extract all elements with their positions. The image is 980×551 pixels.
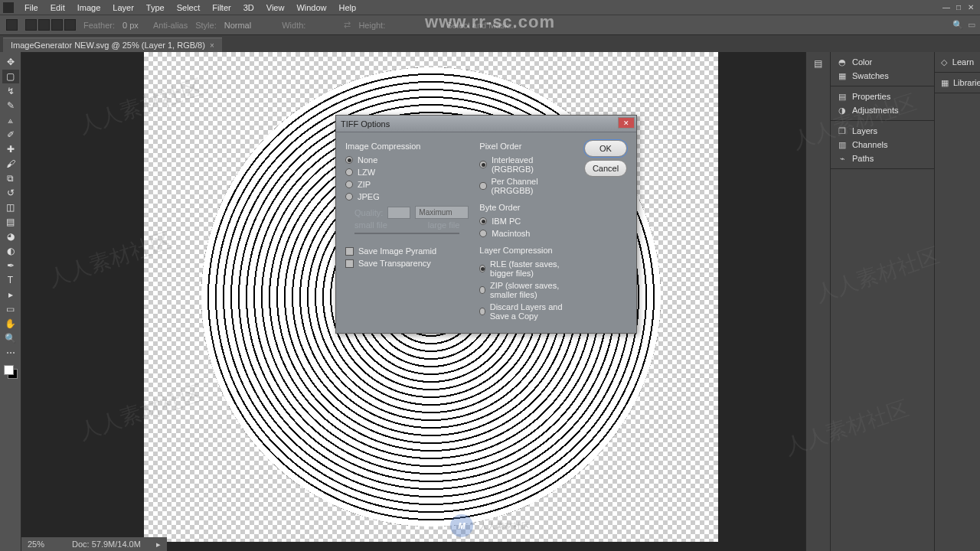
history-panel-icon[interactable]: ▤: [812, 57, 825, 70]
crop-tool-icon[interactable]: ⟁: [2, 113, 19, 127]
eyedropper-tool-icon[interactable]: ✐: [2, 128, 19, 142]
panel-adjustments[interactable]: ◑Adjustments: [831, 103, 934, 117]
cancel-button[interactable]: Cancel: [584, 160, 627, 177]
sel-int-icon[interactable]: [64, 19, 76, 31]
sel-new-icon[interactable]: [25, 19, 37, 31]
panel-properties[interactable]: ▤Properties: [831, 90, 934, 103]
shape-tool-icon[interactable]: ▭: [2, 302, 19, 316]
radio-ibm[interactable]: IBM PC: [479, 215, 573, 227]
panel-swatches[interactable]: ▦Swatches: [831, 69, 934, 83]
radio-rle[interactable]: RLE (faster saves, bigger files): [479, 258, 573, 279]
menu-file[interactable]: File: [18, 3, 44, 12]
panel-learn[interactable]: ◇Learn: [935, 55, 980, 69]
radio-icon: [479, 230, 487, 237]
menu-3d[interactable]: 3D: [237, 3, 260, 12]
maximize-icon[interactable]: □: [952, 2, 965, 12]
pixel-order-title: Pixel Order: [479, 142, 573, 151]
menu-edit[interactable]: Edit: [44, 3, 71, 12]
radio-jpeg[interactable]: JPEG: [345, 191, 469, 203]
radio-interleaved[interactable]: Interleaved (RGBRGB): [479, 154, 573, 175]
watermark-url: www.rr-sc.com: [425, 12, 555, 32]
radio-label: Per Channel (RRGGBB): [492, 177, 573, 195]
workspace-icon[interactable]: ▭: [968, 20, 975, 30]
lasso-tool-icon[interactable]: ↯: [2, 84, 19, 98]
radio-icon: [479, 308, 485, 315]
style-value[interactable]: Normal: [224, 21, 251, 30]
pen-tool-icon[interactable]: ✒: [2, 259, 19, 272]
radio-lzw[interactable]: LZW: [345, 166, 469, 178]
menu-help[interactable]: Help: [333, 3, 363, 12]
tab-close-icon[interactable]: ×: [210, 41, 214, 50]
feather-value[interactable]: 0 px: [122, 21, 145, 30]
stamp-tool-icon[interactable]: ⧉: [2, 171, 19, 185]
blur-tool-icon[interactable]: ◕: [2, 230, 19, 243]
ok-button[interactable]: OK: [584, 140, 627, 157]
panel-label: Adjustments: [852, 106, 899, 115]
gradient-tool-icon[interactable]: ▤: [2, 215, 19, 229]
paths-icon: ⌁: [837, 154, 848, 163]
hand-tool-icon[interactable]: ✋: [2, 317, 19, 331]
antialias-label: Anti-alias: [153, 21, 188, 30]
search-icon[interactable]: 🔍: [952, 20, 963, 30]
menu-layer[interactable]: Layer: [106, 3, 140, 12]
move-tool-icon[interactable]: ✥: [2, 55, 19, 69]
check-save-pyramid[interactable]: Save Image Pyramid: [345, 245, 469, 257]
sel-sub-icon[interactable]: [51, 19, 63, 31]
menu-image[interactable]: Image: [71, 3, 107, 12]
panel-color[interactable]: ◓Color: [831, 55, 934, 69]
close-icon[interactable]: ✕: [965, 2, 977, 12]
status-chevron-icon[interactable]: ▸: [156, 540, 161, 549]
style-label: Style:: [195, 21, 217, 30]
sel-add-icon[interactable]: [38, 19, 50, 31]
checkbox-icon: [345, 259, 354, 268]
color-swatch[interactable]: [4, 365, 18, 379]
radio-discard[interactable]: Discard Layers and Save a Copy: [479, 301, 573, 322]
check-save-transparency[interactable]: Save Transparency: [345, 257, 469, 269]
edit-toolbar-icon[interactable]: ⋯: [2, 346, 19, 360]
brush-tool-icon[interactable]: 🖌: [2, 157, 19, 171]
tool-preset-icon[interactable]: [6, 19, 18, 31]
document-tab[interactable]: ImageGenerator NEW.svg @ 25% (Layer 1, R…: [3, 37, 222, 52]
panel-label: Channels: [852, 140, 887, 149]
radio-zip-layer[interactable]: ZIP (slower saves, smaller files): [479, 279, 573, 301]
menu-view[interactable]: View: [260, 3, 291, 12]
radio-mac[interactable]: Macintosh: [479, 227, 573, 240]
history-brush-tool-icon[interactable]: ↺: [2, 186, 19, 200]
menu-type[interactable]: Type: [140, 3, 171, 12]
radio-per-channel[interactable]: Per Channel (RRGGBB): [479, 175, 573, 197]
radio-icon: [345, 181, 353, 188]
quick-select-tool-icon[interactable]: ✎: [2, 99, 19, 112]
heal-tool-icon[interactable]: ✚: [2, 142, 19, 156]
radio-none[interactable]: None: [345, 154, 469, 166]
dialog-titlebar[interactable]: TIFF Options ✕: [336, 116, 636, 132]
menu-select[interactable]: Select: [171, 3, 207, 12]
marquee-tool-icon[interactable]: ▢: [2, 70, 19, 83]
feather-label: Feather:: [83, 21, 115, 30]
panel-channels[interactable]: ▥Channels: [831, 138, 934, 152]
zoom-value[interactable]: 25%: [28, 540, 57, 549]
panel-layers[interactable]: ❐Layers: [831, 124, 934, 138]
radio-zip[interactable]: ZIP: [345, 178, 469, 191]
panel-paths[interactable]: ⌁Paths: [831, 152, 934, 165]
dialog-buttons: OK Cancel: [584, 140, 627, 322]
far-right-panels: ◇Learn ▦Libraries: [934, 52, 980, 551]
radio-icon: [345, 156, 353, 164]
dodge-tool-icon[interactable]: ◐: [2, 244, 19, 258]
minimize-icon[interactable]: —: [940, 2, 952, 12]
dialog-close-icon[interactable]: ✕: [618, 117, 635, 129]
path-select-tool-icon[interactable]: ▸: [2, 288, 19, 302]
radio-label: JPEG: [358, 192, 380, 201]
swap-wh-icon[interactable]: ⇄: [344, 20, 351, 30]
type-tool-icon[interactable]: T: [2, 273, 19, 287]
panel-label: Properties: [852, 92, 890, 101]
radio-icon: [479, 265, 485, 272]
menu-window[interactable]: Window: [290, 3, 332, 12]
dialog-left-col: Image Compression None LZW ZIP JPEG Qual…: [345, 140, 469, 322]
eraser-tool-icon[interactable]: ◫: [2, 201, 19, 214]
fg-color-icon[interactable]: [4, 365, 14, 375]
menu-filter[interactable]: Filter: [206, 3, 237, 12]
zoom-tool-icon[interactable]: 🔍: [2, 331, 19, 345]
radio-icon: [479, 161, 487, 168]
radio-label: IBM PC: [492, 217, 521, 226]
panel-libraries[interactable]: ▦Libraries: [935, 76, 980, 90]
